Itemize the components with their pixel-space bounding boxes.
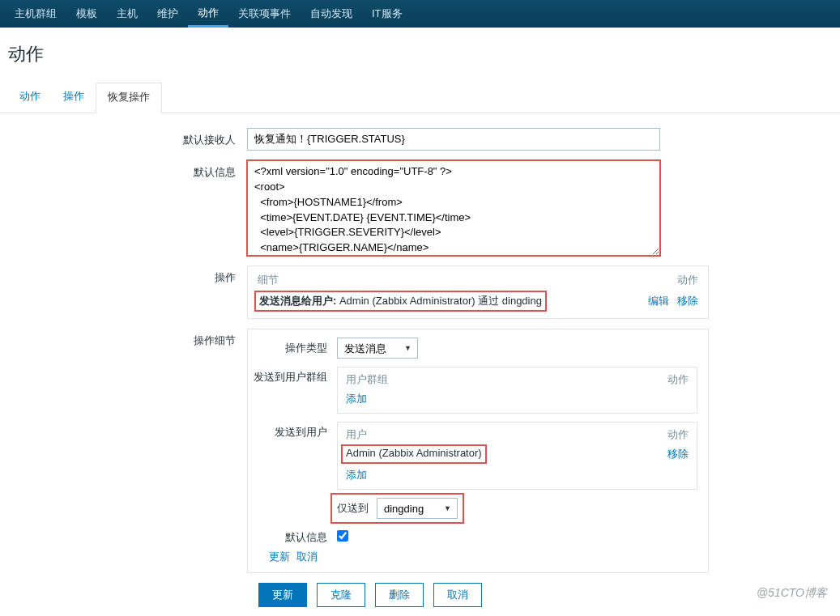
label-op-type: 操作类型 xyxy=(248,338,337,355)
label-default-message: 默认信息 xyxy=(8,160,247,180)
topnav-hosts[interactable]: 主机 xyxy=(107,0,147,28)
col-usergroup: 用户群组 xyxy=(346,372,388,387)
page-title: 动作 xyxy=(0,28,840,83)
label-operation-detail: 操作细节 xyxy=(8,329,247,348)
operation-row: 发送消息给用户: Admin (Zabbix Administrator) 通过… xyxy=(254,291,547,312)
add-user-link[interactable]: 添加 xyxy=(346,468,689,482)
topnav-hostgroups[interactable]: 主机群组 xyxy=(5,0,66,28)
user-remove-link[interactable]: 移除 xyxy=(667,447,689,461)
label-only-send-to: 仅送到 xyxy=(337,501,369,516)
cancel-button[interactable]: 取消 xyxy=(433,583,482,607)
op-detail-cancel-link[interactable]: 取消 xyxy=(296,550,318,563)
label-send-to-groups: 发送到用户群组 xyxy=(248,367,337,384)
only-send-to-select[interactable]: dingding xyxy=(377,498,458,519)
operation-detail-box: 操作类型 发送消息 发送到用户群组 用户群组 动作 添加 xyxy=(247,329,709,573)
operation-value: Admin (Zabbix Administrator) 通过 dingding xyxy=(339,295,542,307)
topnav-maintenance[interactable]: 维护 xyxy=(147,0,188,28)
op-type-select[interactable]: 发送消息 xyxy=(337,338,418,359)
topnav-label: 动作 xyxy=(198,6,219,20)
subtab-recovery[interactable]: 恢复操作 xyxy=(96,83,162,113)
default-message-textarea[interactable] xyxy=(247,160,660,256)
topnav-discovery[interactable]: 自动发现 xyxy=(301,0,362,28)
operation-remove-link[interactable]: 移除 xyxy=(677,295,698,307)
delete-button[interactable]: 删除 xyxy=(375,583,424,607)
operations-box: 细节 动作 发送消息给用户: Admin (Zabbix Administrat… xyxy=(247,266,709,319)
subtab-operations[interactable]: 操作 xyxy=(52,83,96,113)
form-area: 默认接收人 默认信息 操作 细节 动作 发送消息给用户: Admin (Zabb… xyxy=(0,113,840,615)
update-button[interactable]: 更新 xyxy=(258,583,307,607)
default-recipient-input[interactable] xyxy=(247,128,660,151)
topnav-correlation[interactable]: 关联项事件 xyxy=(228,0,301,28)
label-default-msg-check: 默认信息 xyxy=(269,527,337,545)
ops-header-action: 动作 xyxy=(677,273,698,287)
col-user: 用户 xyxy=(346,427,367,442)
topnav-itservices[interactable]: IT服务 xyxy=(362,0,412,28)
operation-edit-link[interactable]: 编辑 xyxy=(648,295,669,307)
default-msg-checkbox[interactable] xyxy=(337,530,348,542)
topnav-templates[interactable]: 模板 xyxy=(66,0,107,28)
user-groups-box: 用户群组 动作 添加 xyxy=(337,367,697,414)
bottom-button-bar: 更新 克隆 删除 取消 xyxy=(258,583,832,607)
add-usergroup-link[interactable]: 添加 xyxy=(346,392,689,406)
ops-header-detail: 细节 xyxy=(258,273,279,287)
topnav-actions[interactable]: 动作 xyxy=(188,0,228,28)
col-action: 动作 xyxy=(667,372,689,387)
col-action2: 动作 xyxy=(667,427,689,442)
top-nav: 主机群组 模板 主机 维护 动作 关联项事件 自动发现 IT服务 xyxy=(0,0,840,28)
subtab-action[interactable]: 动作 xyxy=(8,83,52,113)
label-operations: 操作 xyxy=(8,266,247,285)
users-box: 用户 动作 Admin (Zabbix Administrator) 移除 添加 xyxy=(337,422,697,490)
watermark: @51CTO博客 xyxy=(757,586,827,601)
label-default-recipient: 默认接收人 xyxy=(8,128,247,147)
user-entry: Admin (Zabbix Administrator) xyxy=(343,446,485,462)
subtabs: 动作 操作 恢复操作 xyxy=(0,83,840,113)
op-detail-update-link[interactable]: 更新 xyxy=(269,550,290,563)
chevron-down-icon xyxy=(188,0,228,5)
label-send-to-users: 发送到用户 xyxy=(248,422,337,440)
clone-button[interactable]: 克隆 xyxy=(317,583,365,607)
operation-prefix: 发送消息给用户: xyxy=(259,295,339,307)
